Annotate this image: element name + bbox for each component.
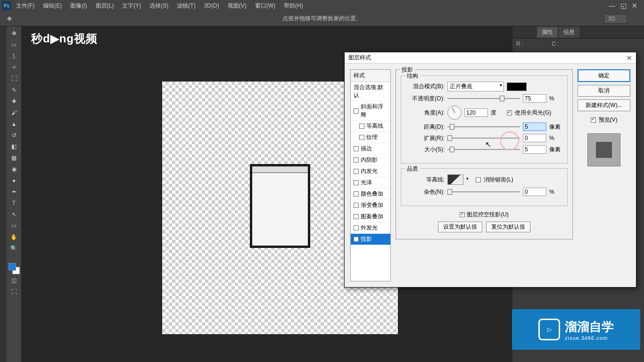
wand-tool-icon[interactable]: ✧ xyxy=(9,62,19,73)
tab-info[interactable]: 信息 xyxy=(559,27,579,38)
minimize-button[interactable]: — xyxy=(608,2,616,9)
style-checkbox[interactable] xyxy=(354,237,359,242)
photo-frame-layer[interactable] xyxy=(250,164,310,248)
ok-button[interactable]: 确定 xyxy=(578,69,630,82)
menu-edit[interactable]: 编辑(E) xyxy=(39,0,66,11)
settings-column: 投影 结构 混合模式(B): 正片叠底 不透明度(O): % xyxy=(396,69,573,281)
style-row-10[interactable]: 外发光 xyxy=(351,222,390,234)
menu-view[interactable]: 视图(V) xyxy=(224,0,250,11)
style-checkbox[interactable] xyxy=(354,180,359,185)
pen-tool-icon[interactable]: ✒ xyxy=(9,187,19,197)
eyedropper-tool-icon[interactable]: ✎ xyxy=(9,85,19,95)
options-bar: ✥ 点按并拖移可调整效果的位置。 3D xyxy=(0,11,644,26)
global-light-checkbox[interactable] xyxy=(507,110,512,115)
style-checkbox[interactable] xyxy=(354,146,359,151)
type-tool-icon[interactable]: T xyxy=(9,198,19,208)
menu-select[interactable]: 选择(S) xyxy=(146,0,172,11)
opacity-input[interactable] xyxy=(523,94,546,103)
shape-tool-icon[interactable]: ▭ xyxy=(9,221,19,231)
set-default-button[interactable]: 设置为默认值 xyxy=(438,222,482,232)
style-row-11[interactable]: 投影 xyxy=(351,234,390,245)
style-row-6[interactable]: 光泽 xyxy=(351,177,390,189)
left-collapse-bar[interactable] xyxy=(0,26,7,362)
spread-slider[interactable] xyxy=(447,135,520,141)
tab-properties[interactable]: 属性 xyxy=(537,27,558,38)
zoom-tool-icon[interactable]: 🔍 xyxy=(9,243,19,254)
stamp-tool-icon[interactable]: ▲ xyxy=(9,119,19,129)
maximize-button[interactable]: ◱ xyxy=(619,2,627,9)
style-row-2[interactable]: 纹理 xyxy=(351,132,390,143)
shadow-color-swatch[interactable] xyxy=(507,82,527,91)
antialias-checkbox[interactable] xyxy=(476,177,481,182)
style-checkbox[interactable] xyxy=(359,135,364,140)
style-label: 描边 xyxy=(361,145,372,153)
preview-checkbox[interactable] xyxy=(591,117,596,123)
history-brush-icon[interactable]: ↺ xyxy=(9,130,19,140)
quickmask-icon[interactable]: ◫ xyxy=(9,275,19,286)
noise-input[interactable] xyxy=(523,188,546,196)
dodge-tool-icon[interactable]: ● xyxy=(9,175,19,186)
workspace-select[interactable]: 3D xyxy=(604,14,627,24)
move-tool-icon[interactable]: ✥ xyxy=(9,28,19,39)
knockout-checkbox[interactable] xyxy=(460,212,465,217)
menu-layer[interactable]: 图层(L) xyxy=(92,0,118,11)
style-row-7[interactable]: 颜色叠加 xyxy=(351,189,390,200)
lasso-tool-icon[interactable]: ⟆ xyxy=(9,51,19,61)
menu-image[interactable]: 图像(I) xyxy=(66,0,91,11)
style-checkbox[interactable] xyxy=(354,169,359,174)
menu-file[interactable]: 文件(F) xyxy=(12,0,38,11)
style-row-0[interactable]: 斜面和浮雕 xyxy=(351,101,390,121)
opacity-slider[interactable] xyxy=(447,96,520,101)
style-checkbox[interactable] xyxy=(354,225,359,230)
style-row-5[interactable]: 内发光 xyxy=(351,166,390,177)
size-slider[interactable] xyxy=(447,147,520,152)
crop-tool-icon[interactable]: ⛶ xyxy=(9,74,19,84)
style-checkbox[interactable] xyxy=(354,108,359,114)
style-checkbox[interactable] xyxy=(359,123,364,129)
panel-tabs: 属性 信息 xyxy=(512,26,644,39)
cancel-button[interactable]: 取消 xyxy=(578,85,630,97)
menu-type[interactable]: 文字(Y) xyxy=(118,0,145,11)
style-row-8[interactable]: 渐变叠加 xyxy=(351,200,390,211)
hand-tool-icon[interactable]: ✋ xyxy=(9,232,19,242)
dialog-close-icon[interactable]: ✕ xyxy=(627,54,632,62)
style-row-4[interactable]: 内阴影 xyxy=(351,155,390,166)
style-checkbox[interactable] xyxy=(354,214,359,219)
blend-mode-select[interactable]: 正片叠底 xyxy=(447,82,504,91)
angle-input[interactable] xyxy=(464,108,488,117)
distance-input[interactable] xyxy=(523,123,546,131)
screenmode-icon[interactable]: ⛶ xyxy=(9,287,19,297)
style-checkbox[interactable] xyxy=(354,203,359,208)
eraser-tool-icon[interactable]: ◧ xyxy=(9,141,19,152)
close-button[interactable]: ✕ xyxy=(631,2,638,9)
heal-tool-icon[interactable]: ✚ xyxy=(9,96,19,107)
spread-input[interactable] xyxy=(523,134,546,142)
color-swatches[interactable] xyxy=(8,263,20,274)
move-tool-icon[interactable]: ✥ xyxy=(4,13,15,25)
brush-tool-icon[interactable]: 🖌 xyxy=(9,107,19,118)
distance-slider[interactable] xyxy=(447,124,520,130)
path-tool-icon[interactable]: ↖ xyxy=(9,209,19,220)
style-row-1[interactable]: 等高线 xyxy=(351,121,390,132)
style-checkbox[interactable] xyxy=(354,157,359,163)
reset-default-button[interactable]: 复位为默认值 xyxy=(486,222,530,232)
gradient-tool-icon[interactable]: ▦ xyxy=(9,153,19,163)
style-row-3[interactable]: 描边 xyxy=(351,143,390,155)
menu-help[interactable]: 帮助(H) xyxy=(280,0,307,11)
blur-tool-icon[interactable]: ◉ xyxy=(9,164,19,174)
noise-slider[interactable] xyxy=(447,189,520,195)
marquee-tool-icon[interactable]: ▭ xyxy=(9,40,19,50)
fg-color-swatch[interactable] xyxy=(8,263,16,271)
style-list-header[interactable]: 样式 xyxy=(351,70,390,82)
menu-3d[interactable]: 3D(D) xyxy=(200,1,223,10)
dialog-titlebar[interactable]: 图层样式 ✕ xyxy=(345,52,636,64)
menu-filter[interactable]: 滤镜(T) xyxy=(173,0,199,11)
menu-window[interactable]: 窗口(W) xyxy=(251,0,279,11)
size-input[interactable] xyxy=(523,145,546,154)
contour-picker[interactable] xyxy=(447,174,463,185)
style-row-9[interactable]: 图案叠加 xyxy=(351,211,390,222)
angle-dial[interactable] xyxy=(447,106,462,120)
blend-options-row[interactable]: 混合选项:默认 xyxy=(351,82,390,101)
style-checkbox[interactable] xyxy=(354,191,359,197)
new-style-button[interactable]: 新建样式(W)... xyxy=(578,99,630,111)
